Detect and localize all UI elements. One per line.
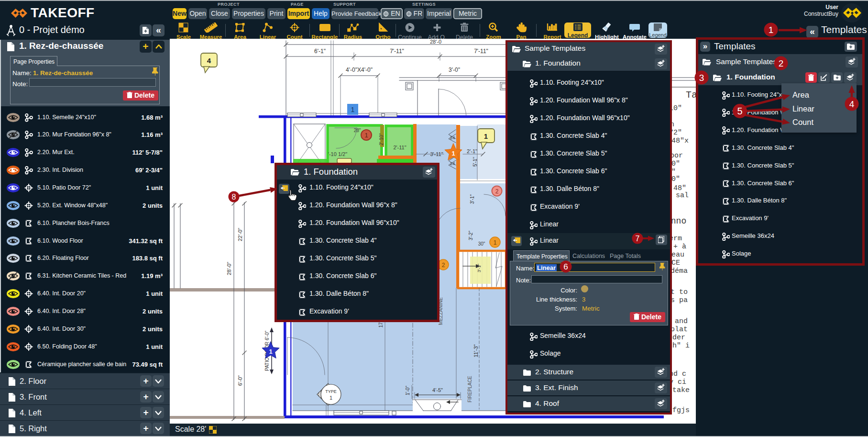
svg-text:6'-1": 6'-1" <box>314 48 326 55</box>
svg-text:3'-2": 3'-2" <box>468 231 473 240</box>
svg-text:1: 1 <box>269 348 272 355</box>
svg-text:28'-0": 28'-0" <box>226 262 232 275</box>
svg-text:5'-1": 5'-1" <box>472 157 478 167</box>
svg-text:6'-0": 6'-0" <box>237 375 243 386</box>
svg-text:FIREPLACE: FIREPLACE <box>467 376 472 403</box>
svg-text:1'-0": 1'-0" <box>405 386 410 395</box>
svg-text:24: 24 <box>450 161 455 166</box>
svg-text:1: 1 <box>351 106 355 113</box>
svg-text:1: 1 <box>494 239 497 246</box>
svg-text:17': 17' <box>378 321 384 327</box>
svg-text:TYPE: TYPE <box>325 389 337 394</box>
svg-text:28'-0: 28'-0 <box>430 39 441 45</box>
svg-text:3'-0": 3'-0" <box>449 67 460 73</box>
svg-text:7'-11": 7'-11" <box>390 48 404 55</box>
svg-text:3'-1": 3'-1" <box>470 194 475 204</box>
svg-text:1: 1 <box>451 150 455 157</box>
svg-text:30": 30" <box>478 241 485 247</box>
svg-text:2: 2 <box>495 188 499 195</box>
svg-text:4'-5": 4'-5" <box>432 387 443 393</box>
svg-text:1: 1 <box>364 132 368 139</box>
svg-text:2: 2 <box>442 262 445 269</box>
svg-text:28": 28" <box>354 128 361 133</box>
svg-text:'-10 1/2": '-10 1/2" <box>328 151 347 157</box>
svg-text:2'-11": 2'-11" <box>393 145 406 150</box>
svg-text:2'-1": 2'-1" <box>467 148 477 154</box>
svg-text:3'-1": 3'-1" <box>477 264 482 272</box>
svg-text:22'-0": 22'-0" <box>237 228 243 241</box>
svg-text:1: 1 <box>484 132 488 140</box>
svg-text:2'-10": 2'-10" <box>379 133 384 146</box>
svg-text:1: 1 <box>330 395 332 401</box>
svg-text:7'-11": 7'-11" <box>474 48 488 55</box>
svg-text:24: 24 <box>450 135 455 140</box>
svg-text:4'-0"X4'-0": 4'-0"X4'-0" <box>346 67 373 73</box>
svg-text:11'-3": 11'-3" <box>473 344 479 357</box>
svg-text:4: 4 <box>207 56 211 65</box>
